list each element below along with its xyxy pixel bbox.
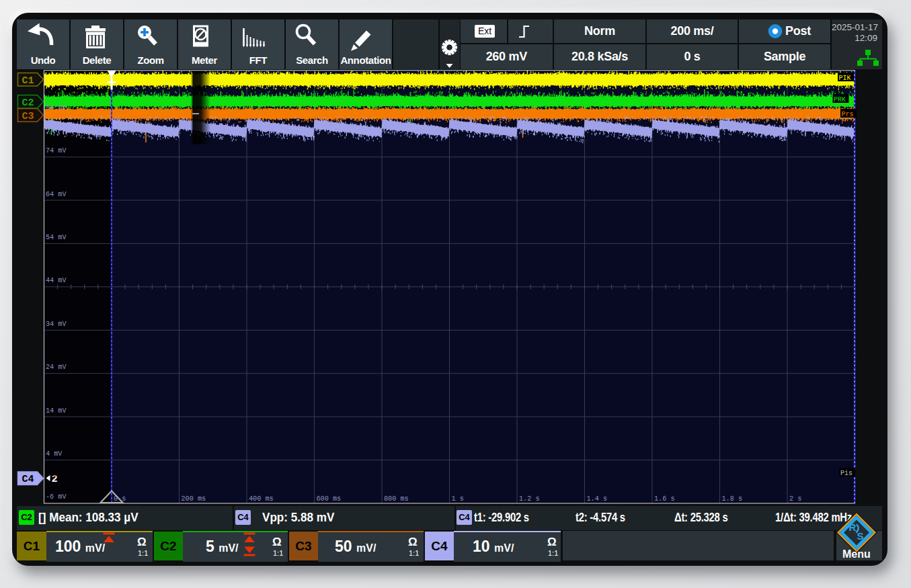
svg-text:Menu: Menu [842, 548, 871, 560]
svg-text:R: R [849, 521, 857, 533]
